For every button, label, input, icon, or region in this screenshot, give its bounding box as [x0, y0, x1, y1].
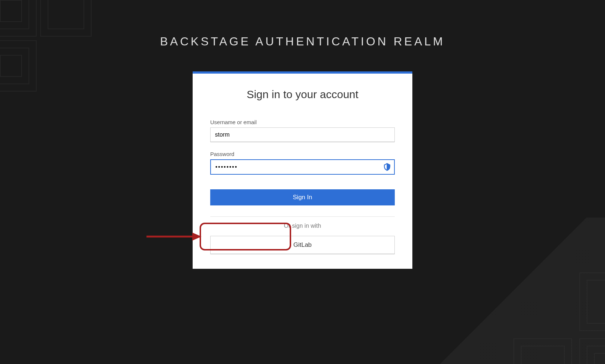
page-title: BACKSTAGE AUTHENTICATION REALM: [160, 35, 445, 48]
username-label: Username or email: [210, 119, 395, 125]
background-pattern-bottom-right: [422, 218, 605, 364]
login-form: Username or email Password Sign In Or si…: [193, 119, 412, 269]
login-card: Sign in to your account Username or emai…: [193, 71, 412, 269]
shield-icon[interactable]: [383, 163, 391, 171]
password-input[interactable]: [210, 159, 395, 175]
password-label: Password: [210, 151, 395, 157]
background-pattern-top-left: [0, 0, 92, 110]
oauth-divider-text: Or sign in with: [210, 223, 395, 229]
gitlab-oauth-button[interactable]: GitLab: [210, 236, 395, 254]
signin-button[interactable]: Sign In: [210, 189, 395, 205]
card-heading: Sign in to your account: [193, 88, 412, 101]
username-input[interactable]: [210, 127, 395, 142]
